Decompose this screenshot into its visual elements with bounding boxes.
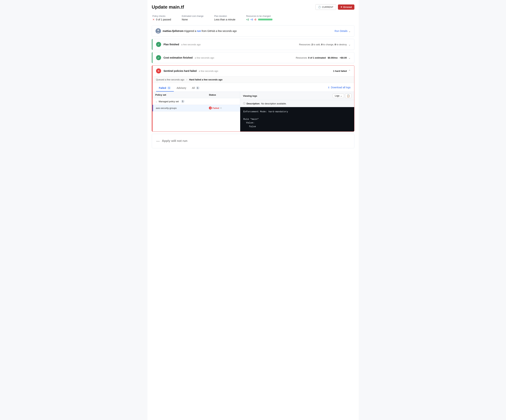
policy-group-badge: 1 <box>181 100 185 103</box>
trigger-row: mattias-fjellstrom triggered a run from … <box>152 25 354 37</box>
sentinel-header-left: ✕ Sentinel policies hard failed a few se… <box>156 68 218 74</box>
tab-failed-badge: 1 <box>167 87 171 89</box>
log-line-1: Enforcement Mode: hard-mandatory <box>243 110 351 114</box>
x-icon: ✕ <box>340 6 342 8</box>
errored-label: Errored <box>344 6 352 8</box>
col-policy-set-header: Policy set <box>153 92 206 98</box>
download-icon: ⇓ <box>328 86 330 89</box>
policy-status-failed: ✕ Failed <box>209 107 219 109</box>
sentinel-card: ✕ Sentinel policies hard failed a few se… <box>152 65 354 132</box>
timeline-queued-time: a few seconds ago <box>165 78 184 81</box>
tab-all-label: All <box>192 87 195 89</box>
download-logs-label: Download all logs <box>331 86 351 89</box>
apply-title-text: Apply will not run <box>162 139 187 143</box>
cost-chevron-icon[interactable]: ⌄ <box>348 56 351 60</box>
log-line-3: Rule "main" <box>243 117 351 121</box>
sentinel-card-header: ✕ Sentinel policies hard failed a few se… <box>153 66 354 76</box>
download-logs-button[interactable]: ⇓ Download all logs <box>328 86 351 91</box>
policy-row-chevron-icon: < <box>220 107 222 109</box>
page-header: Update main.tf 🕐 CURRENT ✕ Errored <box>152 4 354 10</box>
logs-dropdown-button[interactable]: Logs ⌄ <box>333 94 344 98</box>
tabs-bar: Failed 1 Advisory All 1 ⇓ Download all l… <box>153 83 354 92</box>
trigger-user: mattias-fjellstrom <box>163 30 184 32</box>
errored-button[interactable]: ✕ Errored <box>338 5 354 10</box>
sentinel-title: Sentinel policies hard failed <box>164 69 197 72</box>
fail-icon: ✕ <box>153 18 155 21</box>
apply-card: — Apply will not run <box>152 134 354 148</box>
cost-title: Cost estimation finished a few seconds a… <box>164 56 214 59</box>
col-header-row: Policy set Status <box>153 92 240 98</box>
apply-title: — Apply will not run <box>156 139 350 143</box>
sentinel-fail-icon: ✕ <box>156 68 161 74</box>
cost-title-text: Cost estimation finished <box>164 56 193 59</box>
policy-group-row[interactable]: ⌄ Managed policy set 1 <box>153 98 240 105</box>
estimated-cost-stat: Estimated cost change None <box>182 15 203 21</box>
svg-point-1 <box>157 29 159 31</box>
resources-add: +2 <box>246 18 249 21</box>
tab-advisory[interactable]: Advisory <box>174 85 189 92</box>
cost-card-header: ✓ Cost estimation finished a few seconds… <box>153 52 354 63</box>
plan-time: a few seconds ago <box>181 43 201 46</box>
sentinel-header-right: 1 hard failed ⌃ <box>333 69 351 73</box>
policy-row[interactable]: aws-security-groups ✕ Failed < <box>153 105 240 111</box>
logs-copy-button[interactable]: 📋 <box>345 94 351 98</box>
cost-resources-info: Resources: 0 of 1 estimated · $0.00/mo ·… <box>296 56 347 59</box>
tab-advisory-label: Advisory <box>177 87 186 89</box>
policy-group-name: Managed policy set <box>159 100 179 103</box>
cost-time: a few seconds ago <box>195 56 214 59</box>
tab-all-badge: 1 <box>196 87 200 89</box>
plan-duration-stat: Plan duration Less than a minute <box>214 15 235 21</box>
trigger-action: triggered a <box>184 30 197 32</box>
policy-group-chevron-icon: ⌄ <box>155 100 157 103</box>
trigger-source: from GitHub <box>201 30 216 32</box>
cost-header-right: Resources: 0 of 1 estimated · $0.00/mo ·… <box>296 56 350 60</box>
copy-icon: 📋 <box>347 94 350 97</box>
plan-title-text: Plan finished <box>164 43 179 46</box>
trigger-time: a few seconds ago <box>216 30 237 32</box>
policy-table-left: Policy set Status ⌄ Managed policy set 1… <box>153 92 240 131</box>
log-line-4: Value: <box>243 121 351 125</box>
estimated-cost-value: None <box>182 18 203 21</box>
plan-card-header: ✓ Plan finished a few seconds ago Resour… <box>153 39 354 50</box>
trigger-run-link: run <box>197 30 201 32</box>
plan-header-right: Resources: 2 to add, 0 to change, 0 to d… <box>299 43 351 46</box>
cost-header-left: ✓ Cost estimation finished a few seconds… <box>156 55 214 60</box>
policy-table-wrapper: Policy set Status ⌄ Managed policy set 1… <box>153 92 354 131</box>
timeline-hard-failed: Hard failed a few seconds ago <box>189 78 222 81</box>
resources-label: Resources to be changed <box>246 15 272 17</box>
logs-dropdown: Logs ⌄ 📋 <box>333 94 351 98</box>
log-description: ⓘ Description: No description available. <box>240 100 354 107</box>
resources-change: ~0 <box>250 18 253 21</box>
plan-resources-info: Resources: 2 to add, 0 to change, 0 to d… <box>299 43 347 46</box>
run-details-label: Run Details <box>334 30 347 32</box>
cost-estimation-card: ✓ Cost estimation finished a few seconds… <box>152 52 354 63</box>
plan-duration-value: Less than a minute <box>214 18 235 21</box>
cost-success-icon: ✓ <box>156 55 161 60</box>
description-label: Description: <box>247 102 260 105</box>
run-details-button[interactable]: Run Details ⌄ <box>334 29 350 33</box>
policy-table-right: Viewing logs Logs ⌄ 📋 <box>240 92 354 131</box>
plan-header-left: ✓ Plan finished a few seconds ago <box>156 42 201 47</box>
col-status-header: Status <box>206 92 240 98</box>
plan-chevron-icon[interactable]: ⌄ <box>348 43 351 46</box>
sentinel-chevron-up-icon[interactable]: ⌃ <box>348 69 351 73</box>
resources-bar: +2 ~0 -0 <box>246 18 272 21</box>
policy-name: aws-security-groups <box>153 105 206 111</box>
apply-dash-icon: — <box>156 139 160 143</box>
plan-finished-card: ✓ Plan finished a few seconds ago Resour… <box>152 39 354 50</box>
log-line-5: false <box>243 125 351 129</box>
log-line-2 <box>243 114 351 117</box>
policy-checks-value: ✕ 0 of 1 passed <box>153 18 171 21</box>
tab-failed[interactable]: Failed 1 <box>156 85 174 92</box>
tab-all[interactable]: All 1 <box>189 85 202 92</box>
sentinel-time: a few seconds ago <box>199 70 218 72</box>
timeline-arrow: > <box>186 78 188 81</box>
hard-failed-badge: 1 hard failed <box>333 70 347 72</box>
col-viewing-logs-header: Viewing logs Logs ⌄ 📋 <box>240 92 354 100</box>
resources-destroy: -0 <box>254 18 256 21</box>
plan-duration-label: Plan duration <box>214 15 235 17</box>
current-button[interactable]: 🕐 CURRENT <box>315 4 336 10</box>
current-label: CURRENT <box>322 6 333 8</box>
sentinel-title-wrapper: Sentinel policies hard failed a few seco… <box>164 69 218 72</box>
sentinel-timeline: Queued a few seconds ago > Hard failed a… <box>153 76 354 83</box>
